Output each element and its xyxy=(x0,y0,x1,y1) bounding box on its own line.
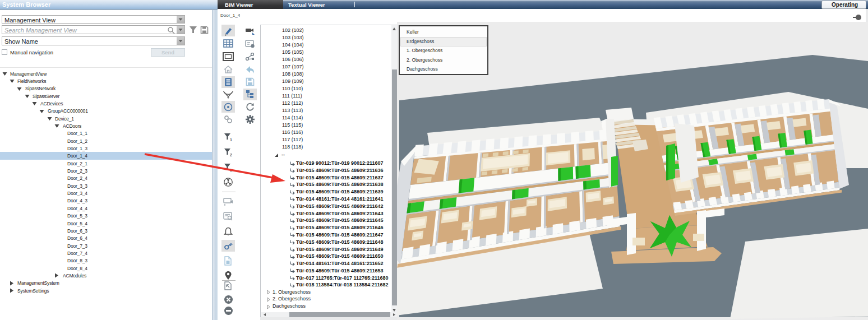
svg-text:1: 1 xyxy=(230,138,232,142)
